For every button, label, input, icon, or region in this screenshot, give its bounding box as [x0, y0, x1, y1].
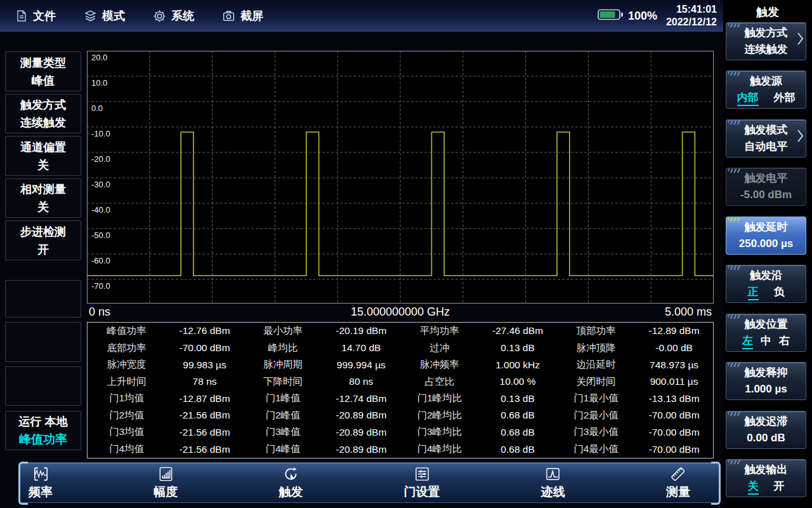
measurement-label: 脉冲频率	[400, 356, 478, 373]
trigger-level-mode-button[interactable]: 触发模式自动电平	[726, 119, 806, 157]
measurement-label: 门4最小值	[557, 441, 635, 458]
nav-item-gate-settings[interactable]: 门设置	[404, 465, 440, 500]
button-value: 自动电平	[745, 138, 788, 155]
measurement-label: 底部功率	[88, 340, 166, 357]
button-value: 连续触发	[745, 41, 788, 58]
active-measurement-text: 峰值功率	[19, 431, 67, 448]
measurement-value: -70.00 dBm	[166, 340, 244, 357]
measurement-label: 门3峰值	[244, 424, 322, 441]
button-corner-decoration	[728, 412, 740, 416]
sidebar-button-measure-type[interactable]: 测量类型峰值	[5, 51, 81, 91]
button-value: 1.000 µs	[745, 381, 787, 398]
chevron-right-icon	[797, 128, 804, 149]
option-unselected[interactable]: 负	[774, 284, 785, 300]
nav-item-amplitude[interactable]: 幅度	[154, 465, 178, 500]
sidebar-slot-empty-3	[5, 366, 81, 406]
measurement-value: 99.983 µs	[166, 356, 244, 373]
measurement-value: 0.68 dB	[478, 441, 556, 458]
file-icon	[15, 10, 28, 22]
table-row: 峰值功率-12.76 dBm最小功率-20.19 dBm平均功率-27.46 d…	[88, 323, 714, 340]
button-title: 触发沿	[750, 267, 782, 284]
sidebar-button-channel-offset[interactable]: 通道偏置关	[5, 136, 81, 176]
measurement-value: -21.56 dBm	[166, 441, 244, 458]
measurement-value: 748.973 µs	[635, 356, 713, 373]
button-title: 触发方式	[745, 25, 788, 41]
option-selected[interactable]: 内部	[737, 91, 759, 106]
clock: 15:41:01 2022/12/12	[666, 3, 717, 29]
waveform-chart: 20.010.00.0-10.0-20.0-30.0-40.0-50.0-60.…	[87, 51, 714, 304]
measurement-value: -20.89 dBm	[322, 407, 400, 424]
measurement-label: 门1最小值	[557, 390, 635, 407]
measurement-label: 过冲	[400, 340, 478, 357]
table-row: 底部功率-70.00 dBm峰均比14.70 dB过冲0.13 dB脉冲顶降-0…	[88, 340, 714, 357]
button-title: 触发迟滞	[745, 413, 788, 430]
measurement-value: 80 ns	[322, 373, 400, 391]
measurement-value: -20.89 dBm	[322, 424, 400, 441]
option-selected[interactable]: 左	[742, 334, 753, 349]
menu-item-mode[interactable]: 模式	[84, 8, 125, 23]
trigger-source-button[interactable]: 触发源内部外部	[726, 70, 806, 109]
chevron-right-icon	[797, 31, 804, 51]
sidebar-button-trigger-mode[interactable]: 触发方式连续触发	[5, 94, 81, 133]
topbar-status-area: 100% 15:41:01 2022/12/12	[598, 0, 717, 32]
table-row: 门3均值-21.56 dBm门3峰值-20.89 dBm门3峰均比0.68 dB…	[88, 424, 714, 441]
menu-item-system[interactable]: 系统	[153, 8, 194, 23]
sidebar-button-title: 通道偏置	[20, 138, 66, 156]
measurement-label: 门1峰均比	[400, 390, 478, 407]
measurement-label: 脉冲周期	[244, 356, 322, 373]
trigger-level-button[interactable]: 触发电平-5.00 dBm	[726, 168, 806, 206]
sidebar-button-value: 关	[37, 198, 49, 216]
option-unselected[interactable]: 开	[774, 478, 785, 495]
measurement-label: 门2均值	[88, 407, 166, 424]
option-unselected[interactable]: 外部	[774, 90, 796, 106]
sidebar-button-title: 相对测量	[20, 180, 66, 198]
sidebar-button-relative-measure[interactable]: 相对测量关	[5, 178, 81, 218]
measurement-value: -20.19 dBm	[322, 323, 400, 340]
option-unselected[interactable]: 右	[779, 333, 790, 349]
button-corner-decoration	[728, 363, 740, 367]
button-value: 0.00 dB	[747, 430, 785, 446]
battery-indicator: 100%	[598, 9, 657, 23]
svg-text:0.0: 0.0	[91, 104, 103, 113]
top-menus: 文件模式系统截屏	[0, 8, 263, 23]
nav-item-frequency[interactable]: 频率	[29, 465, 53, 500]
x-axis-span-label: 5.000 ms	[665, 305, 712, 319]
top-menu-bar: 文件模式系统截屏 100% 15:41:01 2022/12/12	[0, 0, 723, 32]
trigger-holdoff-button[interactable]: 触发释抑1.000 µs	[726, 362, 806, 400]
sidebar-button-value: 连续触发	[20, 114, 66, 131]
trigger-position-button[interactable]: 触发位置左中右	[726, 314, 806, 352]
frequency-icon	[32, 465, 49, 483]
sidebar-button-step-detect[interactable]: 步进检测开	[5, 220, 81, 260]
trigger-hysteresis-button[interactable]: 触发迟滞0.00 dB	[726, 411, 806, 449]
run-status-box: 运行 本地峰值功率	[5, 411, 81, 450]
measurement-label: 最小功率	[244, 323, 322, 340]
measurement-label: 峰值功率	[88, 323, 166, 340]
button-corner-decoration	[728, 72, 740, 76]
option-unselected[interactable]: 中	[761, 333, 771, 349]
menu-item-screenshot[interactable]: 截屏	[222, 8, 263, 23]
measurement-label: 脉冲宽度	[88, 356, 166, 373]
button-options: 正负	[748, 284, 785, 300]
measurement-label: 门1峰值	[244, 390, 322, 407]
measurement-value: -70.00 dBm	[635, 441, 713, 458]
sidebar-button-title: 步进检测	[20, 223, 66, 241]
trigger-edge-button[interactable]: 触发沿正负	[726, 265, 806, 303]
button-title: 触发电平	[745, 170, 788, 187]
nav-item-measure[interactable]: 测量	[666, 465, 690, 500]
trigger-method-button[interactable]: 触发方式连续触发	[726, 22, 806, 60]
option-selected[interactable]: 正	[748, 285, 759, 300]
trigger-output-button[interactable]: 触发输出关开	[726, 459, 806, 497]
layers-icon	[84, 10, 97, 23]
svg-text:-10.0: -10.0	[91, 129, 110, 138]
measurement-value: -12.89 dBm	[635, 323, 713, 340]
nav-item-trigger[interactable]: 触发	[278, 465, 303, 500]
option-selected[interactable]: 关	[748, 479, 759, 495]
measure-icon	[669, 465, 686, 483]
nav-item-trace[interactable]: 迹线	[541, 465, 565, 500]
sidebar-button-title: 测量类型	[20, 54, 66, 72]
measurement-label: 门2峰值	[244, 407, 322, 424]
menu-item-file[interactable]: 文件	[15, 8, 56, 23]
svg-text:-50.0: -50.0	[91, 231, 110, 240]
trigger-delay-button[interactable]: 触发延时250.000 µs	[726, 217, 806, 255]
measurement-value: -21.56 dBm	[166, 424, 244, 441]
